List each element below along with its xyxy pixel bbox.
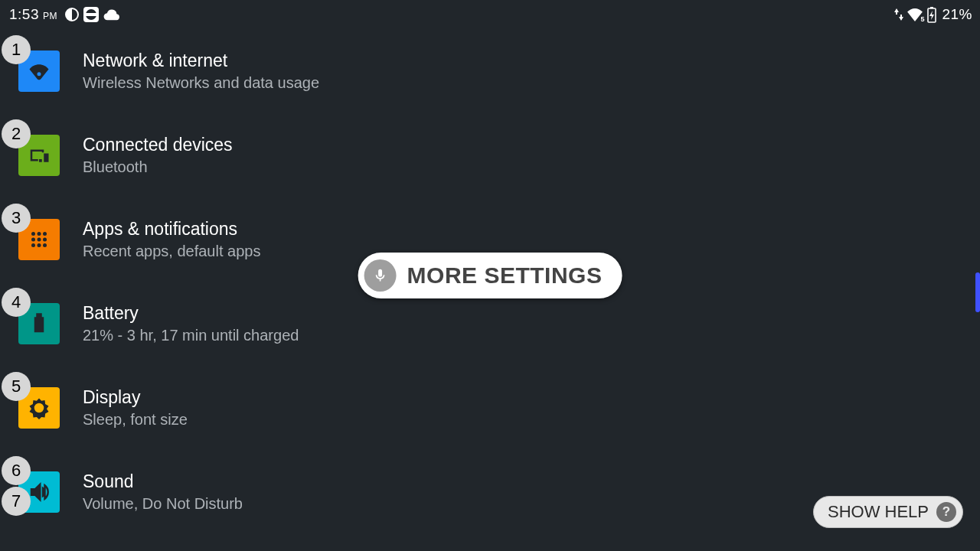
settings-item-subtitle: 21% - 3 hr, 17 min until charged	[83, 327, 299, 344]
cloud-icon	[103, 8, 120, 21]
svg-point-1	[31, 232, 35, 236]
svg-rect-0	[930, 7, 933, 8]
number-badge: 6	[2, 456, 31, 485]
show-help-label: SHOW HELP	[828, 502, 929, 522]
show-help-button[interactable]: SHOW HELP ?	[813, 496, 963, 528]
scrollbar-thumb[interactable]	[975, 272, 980, 312]
status-left-icons	[65, 7, 120, 22]
number-badge: 3	[2, 204, 31, 233]
microphone-icon	[364, 259, 397, 292]
settings-item-subtitle: Recent apps, default apps	[83, 243, 260, 260]
svg-point-9	[43, 243, 47, 247]
number-badge: 1	[2, 35, 31, 64]
status-ampm: PM	[43, 11, 57, 21]
settings-item-title: Network & internet	[83, 51, 319, 71]
svg-point-3	[43, 232, 47, 236]
settings-item-title: Battery	[83, 303, 299, 324]
settings-item-subtitle: Volume, Do Not Disturb	[83, 495, 243, 513]
settings-item-subtitle: Sleep, font size	[83, 411, 188, 429]
status-time-group: 1:53 PM	[9, 6, 57, 23]
help-icon: ?	[936, 502, 956, 522]
number-badge: 5	[2, 372, 31, 401]
status-right: 5 21%	[894, 6, 972, 23]
number-badge-extra: 7	[2, 487, 31, 516]
number-badge: 2	[2, 119, 31, 148]
voice-command-toast: MORE SETTINGS	[358, 253, 622, 298]
voice-command-text: MORE SETTINGS	[407, 262, 603, 289]
battery-charging-icon	[926, 6, 937, 23]
settings-item-title: Connected devices	[83, 135, 233, 155]
svg-point-6	[43, 238, 47, 242]
settings-item-network[interactable]: 1 Network & internet Wireless Networks a…	[0, 29, 980, 113]
settings-item-display[interactable]: 5 Display Sleep, font size	[0, 366, 980, 450]
status-time: 1:53	[9, 6, 39, 23]
status-bar: 1:53 PM 5 21%	[0, 0, 980, 29]
settings-item-title: Display	[83, 387, 188, 408]
svg-point-8	[38, 243, 41, 247]
settings-item-title: Sound	[83, 471, 243, 492]
svg-point-5	[38, 238, 41, 242]
settings-item-connected-devices[interactable]: 2 Connected devices Bluetooth	[0, 113, 980, 197]
svg-point-2	[38, 232, 41, 236]
svg-point-7	[31, 243, 35, 247]
settings-item-subtitle: Bluetooth	[83, 158, 233, 176]
svg-point-4	[31, 238, 35, 242]
settings-item-subtitle: Wireless Networks and data usage	[83, 74, 319, 92]
battery-percent: 21%	[942, 6, 972, 23]
wifi-band-label: 5	[920, 15, 925, 23]
wifi-icon: 5	[906, 8, 923, 21]
remote-control-icon	[83, 7, 99, 22]
data-arrows-icon	[894, 8, 903, 21]
contrast-icon	[65, 8, 79, 21]
settings-item-title: Apps & notifications	[83, 219, 260, 240]
number-badge: 4	[2, 288, 31, 317]
